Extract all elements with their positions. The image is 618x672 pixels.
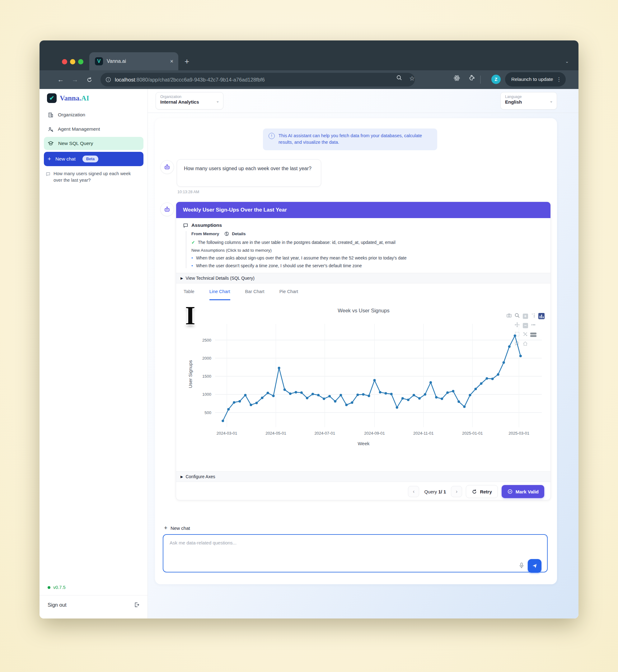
sidebar-item-new-chat[interactable]: + New chat Beta [44,152,143,166]
technical-details-toggle[interactable]: ▶ View Technical Details (SQL Query) [176,273,550,284]
sign-out-label: Sign out [47,602,67,608]
profile-avatar[interactable]: Z [491,75,501,84]
url-bar[interactable]: localhost:8080/app/chat/2bccc6a9-943b-42… [101,73,415,87]
banner-text: This AI assistant can help you fetch dat… [279,132,432,146]
next-query-button[interactable]: › [451,486,462,497]
line-chart-plot[interactable]: 50010001500200025002024-03-012024-05-012… [176,320,551,445]
retry-label: Retry [480,489,492,494]
bullet-icon: • [191,255,193,260]
mark-valid-label: Mark Valid [516,489,539,494]
tab-close-icon[interactable]: × [170,58,173,65]
browser-menu-icon[interactable]: ⋮ [556,76,561,83]
forward-button[interactable]: → [70,75,80,85]
assistant-avatar [160,203,174,216]
browser-toolbar: ← → localhost:8080/app/chat/2bccc6a9-943… [39,70,579,89]
relaunch-label: Relaunch to update [511,77,553,82]
check-icon: ✓ [191,240,195,245]
sidebar-history-item[interactable]: How many users signed up each week over … [46,171,139,184]
zoom-icon[interactable] [514,313,520,320]
bookmark-star-icon[interactable]: ☆ [409,75,415,82]
close-window-button[interactable] [62,59,67,65]
svg-text:2024-07-01: 2024-07-01 [314,431,335,436]
new-chat-link[interactable]: + New chat [164,525,190,531]
back-button[interactable]: ← [56,75,66,85]
download-camera-icon[interactable] [506,313,512,320]
previous-query-button[interactable]: ‹ [408,486,419,497]
language-select-label: Language [505,95,552,99]
message-timestamp: 10:13:28 AM [177,190,199,194]
sidebar-item-organization[interactable]: Organization [44,108,143,121]
tab-bar-chart[interactable]: Bar Chart [245,284,265,300]
sidebar-item-new-sql-query[interactable]: New SQL Query [44,137,143,150]
query-label: Query [424,489,437,494]
relaunch-to-update-button[interactable]: Relaunch to update ⋮ [505,72,566,87]
assumption-bullet[interactable]: • When the user asks about sign-ups over… [191,255,544,260]
send-button[interactable] [528,559,541,573]
answer-card-title: Weekly User Sign-Ups Over the Last Year [176,202,550,218]
plus-icon: + [47,155,51,162]
query-count: 1/ 1 [438,489,446,494]
collapsed-arrow-icon: ▶ [181,276,183,280]
organization-select-label: Organization [160,95,219,99]
new-tab-button[interactable]: + [185,57,189,66]
details-button[interactable]: Details [232,231,245,236]
assistant-info-banner: ! This AI assistant can help you fetch d… [263,128,437,150]
mark-valid-button[interactable]: Mark Valid [502,485,544,498]
technical-details-label: View Technical Details (SQL Query) [186,275,254,281]
version-badge: v0.7.5 [47,585,66,590]
bullet-icon: • [191,263,193,268]
assumptions-heading: Assumptions [191,222,222,228]
zoom-page-icon[interactable] [396,75,402,82]
extensions-puzzle-icon[interactable] [468,75,475,83]
badge-check-icon [507,489,513,494]
organization-select[interactable]: Organization Internal Analytics ⌄ [156,92,223,110]
toolbar-divider [480,76,481,84]
reload-button[interactable] [84,75,94,85]
logout-icon [133,602,140,608]
assistant-avatar [160,160,174,174]
vanna-logo[interactable]: ✔ Vanna.AI [47,93,89,103]
svg-text:2024-11-01: 2024-11-01 [413,431,434,436]
paper-plane-icon [531,563,538,569]
logo-text-primary: Vanna. [60,94,81,102]
tab-search-chevron-icon[interactable]: ⌄ [562,57,572,66]
collapsed-arrow-icon: ▶ [181,475,183,479]
user-message: How many users signed up each week over … [177,159,321,187]
site-info-icon[interactable] [105,77,111,83]
url-host: localhost [115,77,135,83]
chevron-down-icon: ⌄ [216,99,219,103]
url-path: :8080/app/chat/2bccc6a9-943b-42c7-9b14-a… [135,77,265,83]
svg-text:2024-05-01: 2024-05-01 [266,431,286,436]
maximize-window-button[interactable] [78,59,83,65]
retry-button[interactable]: Retry [466,485,498,498]
sidebar-item-agent-management[interactable]: Agent Management [44,123,143,136]
minimize-window-button[interactable] [70,59,75,65]
from-memory-label: From Memory [191,231,219,236]
chevron-down-icon: ⌄ [549,99,553,103]
plotly-logo-icon[interactable] [538,313,544,319]
zoom-in-icon[interactable]: + [523,314,528,319]
answer-card: Weekly User Sign-Ups Over the Last Year … [176,202,551,500]
tab-title: Vanna.ai [107,59,126,64]
tab-line-chart[interactable]: Line Chart [209,284,230,300]
configure-axes-toggle[interactable]: ▶ Configure Axes [176,471,550,482]
sidebar-divider [39,595,147,595]
text-cursor-pointer: I [185,301,195,331]
tab-table[interactable]: Table [184,284,195,300]
message-composer[interactable]: Ask me data-related questions... [163,534,548,572]
header-divider [148,113,579,113]
browser-tabstrip: V Vanna.ai × + ⌄ [39,40,579,70]
speech-bubble-icon [183,223,188,228]
browser-tab[interactable]: V Vanna.ai × [89,52,178,70]
tab-pie-chart[interactable]: Pie Chart [280,284,298,300]
svg-text:1500: 1500 [202,374,211,378]
hover-closest-icon[interactable] [531,313,536,320]
robot-icon [164,206,171,213]
microphone-button[interactable] [518,562,525,570]
language-select[interactable]: Language English ⌄ [500,92,557,110]
devtools-react-icon[interactable] [453,75,460,83]
assumption-bullet[interactable]: • When the user doesn't specify a time z… [191,263,544,268]
svg-text:500: 500 [204,410,211,415]
sign-out-button[interactable]: Sign out [47,602,140,608]
vanna-app: ✔ Vanna.AI Organization Agent Management… [39,89,579,619]
